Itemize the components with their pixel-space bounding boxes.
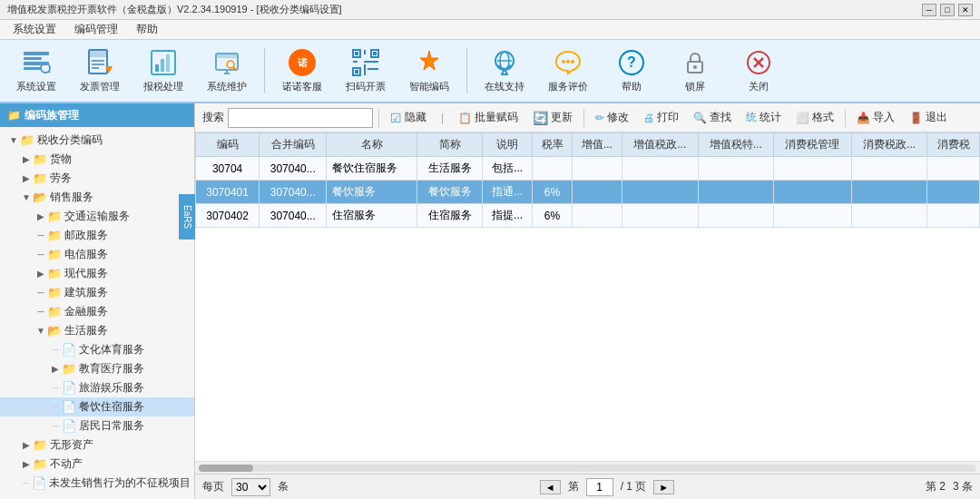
non-tax-icon: 📄 [32, 476, 46, 490]
expand-transport[interactable]: ▶ [34, 211, 47, 221]
svg-rect-1 [24, 57, 42, 60]
format-button[interactable]: ⬜ 格式 [790, 108, 839, 127]
smart-code-button[interactable]: 智能编码 [400, 44, 458, 97]
batch-code-button[interactable]: 📋 批量赋码 [453, 108, 524, 127]
sys-settings-label: 系统设置 [16, 80, 56, 93]
tree-item-construction[interactable]: ─ 📁 建筑服务 [0, 283, 194, 302]
expand-culture: ─ [49, 345, 62, 355]
scroll-thumb[interactable] [199, 465, 253, 472]
tree-item-postal[interactable]: ─ 📁 邮政服务 [0, 226, 194, 245]
expand-modern[interactable]: ▶ [34, 269, 47, 279]
tree-item-non-tax[interactable]: ─ 📄 未发生销售行为的不征税项目 [0, 474, 194, 493]
menu-system-settings[interactable]: 系统设置 [4, 20, 65, 39]
tree-item-culture[interactable]: ─ 📄 文化体育服务 [0, 340, 194, 359]
tree-label-modern: 现代服务 [64, 266, 108, 281]
svg-rect-23 [355, 52, 358, 55]
col-v3: 增值税特... [698, 133, 773, 157]
expand-goods[interactable]: ▶ [20, 154, 33, 164]
tree-item-transport[interactable]: ▶ 📁 交通运输服务 [0, 207, 194, 226]
cell-c1-2 [773, 181, 851, 204]
expand-life[interactable]: ▼ [34, 326, 47, 336]
expand-real-estate[interactable]: ▶ [20, 459, 33, 469]
online-support-button[interactable]: 在线支持 [475, 44, 534, 97]
tree-item-catering[interactable]: ─ 📄 餐饮住宿服务 [0, 397, 194, 416]
svg-rect-28 [364, 50, 366, 54]
print-label: 打印 [657, 110, 679, 125]
close-button[interactable]: ✕ [958, 4, 973, 16]
tree-item-modern[interactable]: ▶ 📁 现代服务 [0, 264, 194, 283]
tree-item-life[interactable]: ▼ 📂 生活服务 [0, 321, 194, 340]
prev-page-button[interactable]: ◄ [540, 480, 561, 494]
sys-settings-button[interactable]: 系统设置 [7, 44, 65, 97]
table-row[interactable]: 3070402 307040... 住宿服务 住宿服务 指提... 6% [196, 204, 980, 228]
tree-item-finance[interactable]: ─ 📁 金融服务 [0, 302, 194, 321]
hide-button[interactable]: ☑ 隐藏 [385, 108, 432, 127]
svg-point-40 [562, 60, 565, 64]
life-icon: 📂 [47, 324, 62, 338]
col-short: 简称 [417, 133, 483, 157]
hide-label: 隐藏 [405, 110, 426, 125]
table-row[interactable]: 3070401 307040... 餐饮服务 餐饮服务 指通... 6% [196, 181, 980, 204]
maximize-button[interactable]: □ [940, 4, 955, 16]
per-page-select[interactable]: 30 50 100 [231, 478, 270, 496]
tree-item-intangible[interactable]: ▶ 📁 无形资产 [0, 435, 194, 455]
page-number-input[interactable] [586, 478, 613, 496]
search-input[interactable] [228, 108, 373, 128]
expand-education[interactable]: ▶ [49, 364, 62, 374]
modify-button[interactable]: ✏ 修改 [590, 108, 634, 127]
tree-label-telecom: 电信服务 [64, 247, 108, 262]
help-button[interactable]: ? 帮助 [603, 44, 661, 97]
tree-item-education[interactable]: ▶ 📁 教育医疗服务 [0, 359, 194, 378]
svg-rect-7 [89, 50, 107, 57]
menu-code-mgr[interactable]: 编码管理 [65, 20, 127, 39]
col-code: 编码 [196, 133, 260, 157]
evaluate-button[interactable]: 服务评价 [539, 44, 597, 97]
tree-item-real-estate[interactable]: ▶ 📁 不动产 [0, 455, 194, 474]
sys-maintain-button[interactable]: 系统维护 [198, 44, 256, 97]
update-button[interactable]: 🔄 更新 [527, 108, 578, 127]
tree-item-tourism[interactable]: ─ 📄 旅游娱乐服务 [0, 378, 194, 397]
blue-side-tab[interactable]: EaRS [179, 194, 195, 240]
expand-finance[interactable]: ─ [34, 307, 47, 317]
scan-button[interactable]: 扫码开票 [337, 44, 395, 97]
modify-icon: ✏ [595, 112, 604, 124]
invoice-mgr-button[interactable]: 发票管理 [71, 44, 129, 97]
tax-process-button[interactable]: 报税处理 [134, 44, 192, 97]
menu-help[interactable]: 帮助 [127, 20, 167, 39]
cell-v3-2 [698, 181, 773, 204]
svg-rect-32 [368, 68, 378, 70]
close-app-label: 关闭 [749, 80, 769, 93]
expand-postal[interactable]: ─ [34, 230, 47, 240]
expand-intangible[interactable]: ▶ [20, 440, 33, 450]
svg-point-20 [227, 61, 234, 68]
tree-item-sales-service[interactable]: ▼ 📂 销售服务 [0, 188, 194, 207]
minimize-button[interactable]: ─ [922, 4, 936, 16]
svg-point-42 [571, 60, 574, 64]
h-scroll[interactable] [195, 461, 980, 474]
close-app-button[interactable]: 关闭 [730, 44, 788, 97]
cell-taxrate-2: 6% [533, 181, 573, 204]
title-bar: 增值税发票税控开票软件（金税盘版）V2.2.34.190919 - [税收分类编… [0, 0, 980, 20]
cell-v1-1 [572, 157, 622, 181]
print-button[interactable]: 🖨 打印 [638, 108, 684, 127]
lock-button[interactable]: 锁屏 [666, 44, 724, 97]
tree-item-root[interactable]: ▼ 📁 税收分类编码 [0, 131, 194, 150]
stat-button[interactable]: 统 统计 [740, 108, 787, 127]
import-button[interactable]: 📥 导入 [851, 108, 900, 127]
query-button[interactable]: 🔍 查找 [688, 108, 737, 127]
expand-root[interactable]: ▼ [7, 135, 20, 145]
exit-button[interactable]: 🚪 退出 [904, 108, 953, 127]
expand-sales[interactable]: ▼ [20, 192, 33, 202]
expand-construction[interactable]: ─ [34, 288, 47, 298]
tree-item-labor[interactable]: ▶ 📁 劳务 [0, 169, 194, 188]
tree-item-residents[interactable]: ─ 📄 居民日常服务 [0, 416, 194, 435]
expand-telecom[interactable]: ─ [34, 250, 47, 259]
svg-rect-13 [155, 64, 159, 72]
scroll-track[interactable] [199, 465, 976, 472]
tree-item-goods[interactable]: ▶ 📁 货物 [0, 150, 194, 169]
expand-labor[interactable]: ▶ [20, 173, 33, 183]
tree-item-telecom[interactable]: ─ 📁 电信服务 [0, 245, 194, 264]
table-row[interactable]: 30704 307040... 餐饮住宿服务 生活服务 包括... [196, 157, 980, 181]
nuonuo-button[interactable]: 诺 诺诺客服 [273, 44, 331, 97]
next-page-button[interactable]: ► [653, 480, 674, 494]
